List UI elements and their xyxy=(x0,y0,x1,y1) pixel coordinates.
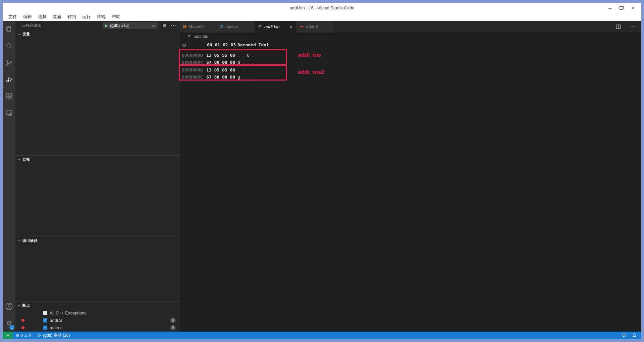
menu-view[interactable]: 查看 xyxy=(50,13,64,21)
hex-column-header: 00 01 02 03 xyxy=(207,42,236,47)
chevron-down-icon xyxy=(18,239,20,242)
hex-decoded-header: Decoded Text xyxy=(237,42,269,47)
menu-help[interactable]: 帮助 xyxy=(109,13,123,21)
manage-button[interactable]: ⚙ 1 xyxy=(3,315,15,332)
tab-addibin[interactable]: addi.bin × xyxy=(255,21,296,33)
exception-breakpoint-row[interactable]: All C++ Exceptions xyxy=(15,309,180,316)
debug-play-icon xyxy=(37,333,42,338)
configure-gear-icon[interactable]: ⚙ xyxy=(162,23,167,28)
errors-icon: ⊗ xyxy=(16,333,19,338)
source-control-icon xyxy=(5,59,13,67)
chevron-down-icon xyxy=(18,32,20,35)
hex-file-icon xyxy=(258,25,262,29)
remote-indicator[interactable]: >< xyxy=(3,332,13,339)
activity-run-debug[interactable] xyxy=(3,71,15,88)
close-tab-icon[interactable]: × xyxy=(290,24,292,30)
problems-status[interactable]: ⊗ 0 ⚠ 0 xyxy=(13,332,34,339)
assembly-file-icon xyxy=(300,25,304,29)
debug-status-label: (gdb) 启动 (16) xyxy=(43,333,70,338)
watch-section: 监视 xyxy=(15,155,180,237)
menu-bar: 文件 编辑 选择 查看 转到 运行 终端 帮助 xyxy=(3,13,641,21)
chevron-down-icon xyxy=(18,304,20,306)
menu-terminal[interactable]: 终端 xyxy=(94,13,109,21)
breakpoint-dot-icon xyxy=(21,319,24,322)
makefile-file-icon: M xyxy=(183,25,186,29)
breakpoints-section: 断点 All C++ Exceptions ✓ addi.S 8 ✓ xyxy=(15,301,180,332)
minimize-button[interactable]: – xyxy=(604,3,616,13)
exception-checkbox[interactable] xyxy=(43,311,47,315)
breadcrumb-item[interactable]: addi.bin xyxy=(194,34,208,39)
launch-config-dropdown[interactable]: ▶ (gdb) 启动 xyxy=(103,22,158,29)
activity-search[interactable] xyxy=(3,38,15,54)
chevron-down-icon xyxy=(152,23,156,27)
vscode-window: addi.bin - 16 - Visual Studio Code – × 文… xyxy=(3,3,641,339)
activity-remote-explorer[interactable] xyxy=(3,105,15,121)
tab-label: addi.S xyxy=(306,24,318,29)
tab-makefile[interactable]: M Makefile xyxy=(180,21,217,33)
call-stack-header[interactable]: 调用堆栈 xyxy=(15,237,180,244)
debug-launch-status[interactable]: (gdb) 启动 (16) xyxy=(34,332,73,339)
breakpoint-row-mainc[interactable]: ✓ main.c 9 xyxy=(15,324,180,331)
files-icon xyxy=(5,25,13,33)
remote-explorer-icon xyxy=(5,109,13,117)
breakpoint-checkbox[interactable]: ✓ xyxy=(43,318,47,323)
tab-mainc[interactable]: C main.c xyxy=(217,21,255,33)
run-debug-icon xyxy=(5,76,13,84)
watch-header[interactable]: 监视 xyxy=(15,156,180,163)
extensions-icon xyxy=(5,92,13,100)
notifications-bell-icon xyxy=(632,333,637,338)
warnings-icon: ⚠ xyxy=(24,333,28,338)
restore-icon xyxy=(620,6,624,10)
warnings-count: 0 xyxy=(29,333,32,338)
activity-explorer[interactable] xyxy=(3,21,15,38)
settings-badge: 1 xyxy=(9,325,14,330)
variables-header[interactable]: 变量 xyxy=(15,30,180,38)
menu-run[interactable]: 运行 xyxy=(79,13,94,21)
status-bar: >< ⊗ 0 ⚠ 0 (gdb) 启动 (16) xyxy=(3,332,641,339)
menu-edit[interactable]: 编辑 xyxy=(20,13,35,21)
tab-label: Makefile xyxy=(189,24,205,29)
window-title: addi.bin - 16 - Visual Studio Code xyxy=(289,5,354,10)
variables-section: 变量 xyxy=(15,30,180,155)
account-icon xyxy=(5,302,13,311)
breakpoints-label: 断点 xyxy=(22,303,30,308)
restore-button[interactable] xyxy=(616,3,627,13)
breakpoint-file: main.c xyxy=(50,325,62,330)
watch-label: 监视 xyxy=(22,157,30,162)
close-button[interactable]: × xyxy=(627,3,639,13)
notifications-button[interactable] xyxy=(629,333,639,338)
start-debug-icon[interactable]: ▶ xyxy=(105,23,108,28)
tab-addis[interactable]: addi.S xyxy=(296,21,333,33)
menu-go[interactable]: 转到 xyxy=(64,13,79,21)
more-actions-icon[interactable]: ··· xyxy=(630,24,636,30)
title-bar: addi.bin - 16 - Visual Studio Code – × xyxy=(3,3,641,13)
c-file-icon: C xyxy=(220,25,223,29)
feedback-button[interactable] xyxy=(619,333,629,338)
window-controls: – × xyxy=(604,3,639,13)
sidebar-title: 运行和调试 xyxy=(22,23,41,28)
activity-bar-bottom: ⚙ 1 xyxy=(3,298,15,332)
editor-group: M Makefile C main.c addi.bin × addi.S xyxy=(180,21,641,332)
breakpoint-dot-icon xyxy=(21,326,24,329)
activity-source-control[interactable] xyxy=(3,54,15,71)
hex-settings-gear-icon[interactable]: ⚙ xyxy=(182,43,186,48)
hex-editor: ⚙ 00 01 02 03 Decoded Text 00000000 13 0… xyxy=(180,41,641,332)
breakpoint-checkbox[interactable]: ✓ xyxy=(43,326,47,330)
breakpoints-header[interactable]: 断点 xyxy=(15,302,180,309)
tab-label: addi.bin xyxy=(264,24,280,29)
split-editor-icon[interactable] xyxy=(616,24,621,29)
chevron-down-icon xyxy=(18,158,20,160)
breakpoint-row-addis[interactable]: ✓ addi.S 8 xyxy=(15,316,180,324)
call-stack-section: 调用堆栈 xyxy=(15,237,180,301)
activity-extensions[interactable] xyxy=(3,88,15,105)
status-bar-right xyxy=(619,333,641,338)
menu-selection[interactable]: 选择 xyxy=(35,13,50,21)
workbench: ⚙ 1 运行和调试 ▶ (gdb) 启动 ⚙ ··· xyxy=(3,21,641,332)
launch-config-label: (gdb) 启动 xyxy=(110,23,129,29)
debug-views-more-icon[interactable]: ··· xyxy=(171,23,176,28)
account-button[interactable] xyxy=(3,298,15,315)
editor-actions: ··· xyxy=(616,21,641,33)
breadcrumb[interactable]: addi.bin xyxy=(180,33,641,41)
menu-file[interactable]: 文件 xyxy=(5,13,20,21)
run-debug-sidebar: 运行和调试 ▶ (gdb) 启动 ⚙ ··· 变量 xyxy=(15,21,180,332)
